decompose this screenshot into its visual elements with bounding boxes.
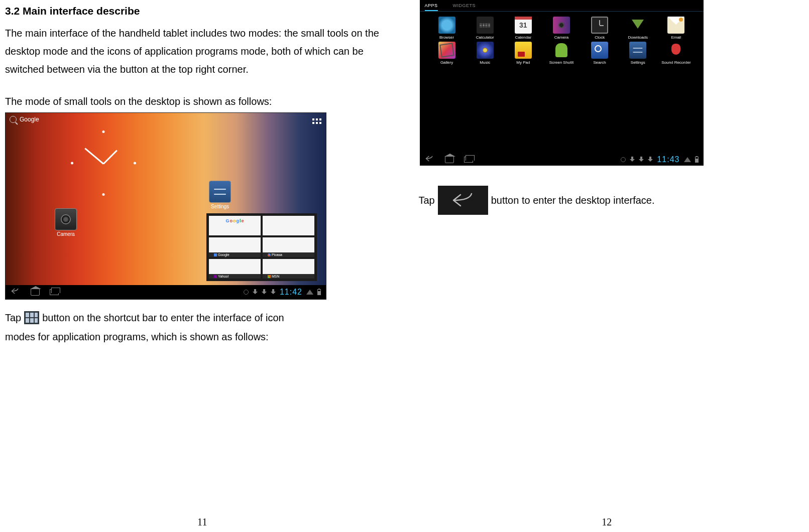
page-left: 3.2 Main interface describe The main int… (0, 0, 405, 532)
app-calendar[interactable]: Calendar (505, 17, 541, 40)
tab-apps[interactable]: APPS (425, 3, 438, 11)
tab-widgets[interactable]: WIDGETS (453, 3, 476, 11)
camera-icon (553, 17, 570, 34)
battery-icon (695, 157, 699, 163)
page-number: 11 (197, 516, 207, 528)
camera-icon (55, 208, 77, 230)
mypad-icon (515, 42, 532, 59)
recent-apps-button[interactable] (464, 157, 473, 163)
bookmark-google[interactable]: Google (209, 237, 261, 257)
app-search[interactable]: Search (582, 42, 618, 65)
app-music[interactable]: Music (467, 42, 503, 65)
page-number: 12 (602, 516, 612, 528)
screenshot-desktop-mode: Google Camera Settings Google Google (5, 112, 326, 300)
download-icon (271, 289, 276, 295)
bookmark-msn[interactable]: MSN (263, 259, 314, 279)
camera-shortcut[interactable]: Camera (55, 208, 77, 237)
app-screenshot[interactable]: Screen ShotIt (543, 42, 580, 65)
bookmark-thumb[interactable]: Google (209, 216, 261, 235)
download-icon (262, 289, 267, 295)
bookmark-picasa[interactable]: Picasa (263, 237, 314, 257)
settings-shortcut[interactable]: Settings (209, 181, 231, 209)
download-icon (639, 157, 644, 163)
downloads-icon (629, 17, 646, 34)
app-calculator[interactable]: −+÷=Calculator (467, 17, 503, 40)
tap-apps-instruction-line2: modes for application programs, which is… (5, 328, 391, 346)
search-icon (591, 42, 608, 59)
apps-grid-icon (24, 311, 39, 324)
back-button[interactable] (11, 288, 21, 297)
system-bar: 11:42 (6, 285, 326, 299)
wifi-icon (306, 290, 313, 295)
analog-clock-widget[interactable] (71, 130, 136, 196)
camera-label: Camera (55, 231, 77, 237)
desktop-mode-caption: The mode of small tools on the desktop i… (5, 92, 391, 110)
settings-icon (209, 181, 231, 203)
screenshot-icon (553, 42, 570, 59)
app-browser[interactable]: Browser (429, 17, 465, 40)
app-email[interactable]: Email (658, 17, 694, 40)
back-button[interactable] (425, 155, 435, 164)
tab-underline (420, 11, 704, 12)
home-button[interactable] (445, 156, 454, 163)
tabs-row: APPS WIDGETS (420, 0, 704, 11)
app-downloads[interactable]: Downloads (620, 17, 656, 40)
app-sound-recorder[interactable]: Sound Recorder (658, 42, 694, 65)
bookmark-yahoo[interactable]: Yahoo! (209, 259, 261, 279)
download-icon (253, 289, 258, 295)
home-button[interactable] (31, 289, 40, 296)
status-indicator-icon (621, 157, 626, 162)
apps-grid: Browser −+÷=Calculator Calendar Camera C… (420, 17, 704, 65)
gallery-icon (438, 42, 455, 59)
apps-grid-button[interactable] (312, 116, 322, 126)
back-button-icon (438, 186, 488, 215)
bookmarks-widget[interactable]: Google Google Picasa Yahoo! MSN (206, 213, 317, 281)
clock-icon (591, 17, 608, 34)
app-clock[interactable]: Clock (582, 17, 618, 40)
settings-label: Settings (209, 204, 231, 209)
recent-apps-button[interactable] (50, 289, 59, 295)
download-icon (648, 157, 653, 163)
section-heading: 3.2 Main interface describe (5, 5, 391, 17)
download-icon (630, 157, 635, 163)
email-icon (667, 17, 684, 34)
music-icon (477, 42, 494, 59)
app-mypad[interactable]: My Pad (505, 42, 541, 65)
app-gallery[interactable]: Gallery (429, 42, 465, 65)
clock-time: 11:43 (657, 155, 679, 164)
clock-time: 11:42 (280, 288, 302, 297)
wifi-icon (684, 157, 691, 162)
app-settings[interactable]: Settings (620, 42, 656, 65)
system-bar: 11:43 (420, 154, 704, 166)
search-bar[interactable]: Google (10, 116, 39, 123)
calendar-icon (515, 17, 532, 34)
screenshot-apps-mode: APPS WIDGETS Browser −+÷=Calculator Cale… (420, 0, 704, 166)
search-icon (10, 116, 17, 123)
tap-apps-instruction: Tap button on the shortcut bar to enter … (5, 309, 391, 327)
sound-recorder-icon (667, 42, 684, 59)
intro-paragraph: The main interface of the handheld table… (5, 24, 391, 78)
status-indicator-icon (244, 290, 249, 295)
page-right: APPS WIDGETS Browser −+÷=Calculator Cale… (405, 0, 810, 532)
settings-icon (629, 42, 646, 59)
search-label: Google (20, 116, 39, 123)
app-camera[interactable]: Camera (543, 17, 580, 40)
battery-icon (317, 289, 321, 295)
browser-icon (438, 17, 455, 34)
tap-back-instruction: Tap button to enter the desktop interfac… (419, 186, 804, 215)
bookmark-thumb[interactable] (263, 216, 314, 235)
calculator-icon: −+÷= (477, 17, 494, 34)
